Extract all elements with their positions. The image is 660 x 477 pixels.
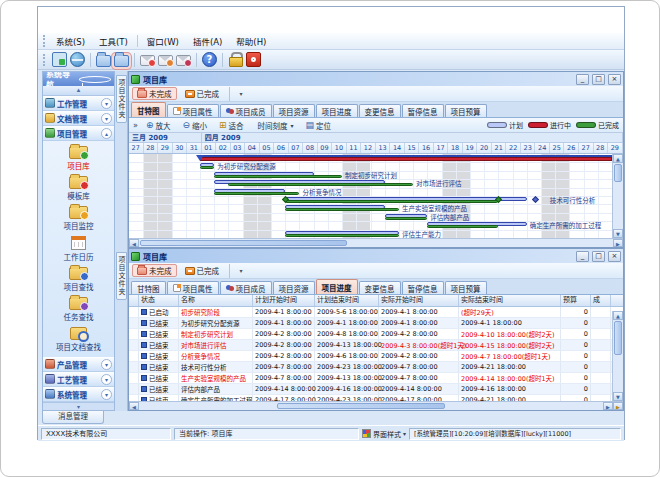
chevron-down-icon[interactable]: ▾ xyxy=(101,359,112,370)
drag-handle[interactable] xyxy=(43,54,46,66)
scroll-up-arrow[interactable]: ▲ xyxy=(613,311,623,320)
horizontal-scrollbar[interactable]: ◀▶▶ xyxy=(129,401,623,410)
sidebar-group-4[interactable]: 工艺管理▾ xyxy=(43,372,114,387)
column-header-7[interactable]: 成 xyxy=(591,295,611,306)
tab-7[interactable]: 项目预算 xyxy=(445,104,487,117)
tab-1[interactable]: 项目属性 xyxy=(167,281,219,294)
toolbar-button-0[interactable]: 未完成 xyxy=(132,264,177,277)
task-actual-bar[interactable] xyxy=(285,234,399,237)
tab-5[interactable]: 变更信息 xyxy=(359,104,401,117)
task-actual-bar[interactable] xyxy=(200,166,214,169)
tab-5[interactable]: 变更信息 xyxy=(359,281,401,294)
chevron-down-icon[interactable]: ▾ xyxy=(101,389,112,400)
help-icon[interactable]: ? xyxy=(202,52,217,67)
tab-2[interactable]: 项目成员 xyxy=(220,281,272,294)
gantt-tool-4[interactable]: 定位 xyxy=(302,118,336,133)
close-button[interactable] xyxy=(608,74,621,85)
maximize-button[interactable] xyxy=(592,74,605,85)
toolbar-overflow-button[interactable]: ▾ xyxy=(235,88,247,100)
table-row[interactable]: 已结束生产实验室规模的产品2009-4-7 8:00:002009-4-13 1… xyxy=(129,373,623,384)
drag-handle[interactable] xyxy=(43,35,46,47)
sidebar-item-4[interactable]: 项目查找 xyxy=(64,267,94,292)
table-row[interactable]: 已启动初步研究阶段2009-4-1 8:00:002009-5-6 18:00:… xyxy=(129,307,623,318)
scrollbar-thumb[interactable] xyxy=(277,403,445,409)
gantt-tool-0[interactable]: 放大 xyxy=(142,118,175,133)
message-management-tab[interactable]: 消息管理 xyxy=(42,411,104,424)
sidebar-group-1[interactable]: 文档管理▾ xyxy=(43,111,114,126)
column-header-5[interactable]: 实际结束时间 xyxy=(459,295,561,306)
toolbar-button-0[interactable]: 未完成 xyxy=(132,87,177,100)
sidebar-group-2[interactable]: 项目管理▴ xyxy=(43,126,114,141)
tab-7[interactable]: 项目预算 xyxy=(445,281,487,294)
scroll-left-arrow[interactable]: ◀ xyxy=(129,239,139,247)
sidebar-overflow-button[interactable]: ▾ xyxy=(43,402,114,410)
toolbar-button-1[interactable]: 已完成 xyxy=(180,87,225,100)
folder-open-icon[interactable] xyxy=(114,55,129,67)
scrollbar-thumb[interactable] xyxy=(614,164,622,182)
column-header-4[interactable]: 实际开始时间 xyxy=(379,295,459,306)
tab-3[interactable]: 项目资源 xyxy=(273,281,315,294)
column-header-6[interactable]: 预算 xyxy=(561,295,591,306)
menu-item-1[interactable]: 工具(T) xyxy=(92,33,135,49)
column-header-0[interactable]: 状态 xyxy=(139,295,179,306)
lock-icon[interactable] xyxy=(228,52,243,67)
table-row[interactable]: 已结束制定初步研究计划2009-4-2 8:00:002009-4-8 18:0… xyxy=(129,329,623,340)
mail-read-icon[interactable] xyxy=(176,55,191,66)
column-header-3[interactable]: 计划结束时间 xyxy=(315,295,379,306)
tab-6[interactable]: 暂停信息 xyxy=(402,104,444,117)
tab-4[interactable]: 项目进度 xyxy=(316,279,358,294)
sidebar-collapse-button[interactable]: ▴ xyxy=(43,86,114,96)
task-actual-bar[interactable] xyxy=(228,183,413,186)
tab-1[interactable]: 项目属性 xyxy=(167,104,219,117)
folder-closed-icon[interactable] xyxy=(96,55,111,67)
minimize-button[interactable] xyxy=(576,251,589,262)
tab-4[interactable]: 项目进度 xyxy=(316,104,358,117)
menu-item-4[interactable]: 帮助(H) xyxy=(229,33,273,49)
table-row[interactable]: 已结束评估内部产品2009-4-14 8:00:002009-4-16 18:0… xyxy=(129,384,623,395)
task-actual-bar[interactable] xyxy=(285,208,399,211)
vertical-scrollbar[interactable]: ▲▼ xyxy=(612,311,623,401)
tab-6[interactable]: 暂停信息 xyxy=(402,281,444,294)
scrollbar-thumb[interactable] xyxy=(140,240,347,246)
table-row[interactable]: 已结束为初步研究分配资源2009-4-1 8:00:002009-4-1 18:… xyxy=(129,318,623,329)
sidebar-item-5[interactable]: 任务查找 xyxy=(64,297,94,322)
folder-side-tab[interactable]: 项目文件夹 xyxy=(116,75,127,123)
tab-0[interactable]: 甘特图 xyxy=(131,102,166,117)
chevrons-icon[interactable]: » xyxy=(133,121,138,130)
gantt-tool-3[interactable]: 时间刻度 xyxy=(252,118,298,133)
chevron-down-icon[interactable]: ▾ xyxy=(101,113,112,124)
tab-0[interactable]: 甘特图 xyxy=(131,281,166,294)
task-actual-bar[interactable] xyxy=(385,217,428,220)
scroll-down-arrow[interactable]: ▼ xyxy=(613,392,623,401)
scroll-down-arrow[interactable]: ▼ xyxy=(613,229,623,238)
sidebar-group-0[interactable]: 工作管理▾ xyxy=(43,96,114,111)
scroll-up-arrow[interactable]: ▲ xyxy=(613,154,623,163)
scroll-left-arrow[interactable]: ◀ xyxy=(129,402,139,410)
sidebar-item-6[interactable]: 项目文档查找 xyxy=(56,327,101,352)
folder-side-tab[interactable]: 项目文件夹 xyxy=(116,252,127,300)
gantt-tool-2[interactable]: 适合 xyxy=(215,118,248,133)
sidebar-item-0[interactable]: 项目库 xyxy=(67,146,90,171)
task-actual-bar[interactable] xyxy=(214,175,342,178)
tab-2[interactable]: 项目成员 xyxy=(220,104,272,117)
scroll-end-arrow[interactable]: ▶ xyxy=(613,402,623,410)
column-header-1[interactable]: 名称 xyxy=(179,295,253,306)
horizontal-scrollbar[interactable]: ◀▶ xyxy=(129,238,623,247)
maximize-button[interactable] xyxy=(592,251,605,262)
globe-icon[interactable] xyxy=(70,52,85,67)
close-button[interactable] xyxy=(608,251,621,262)
task-actual-bar[interactable] xyxy=(214,192,299,195)
sidebar-item-3[interactable]: 工作日历 xyxy=(64,236,94,262)
mail-receive-icon[interactable] xyxy=(158,55,173,66)
sidebar-item-1[interactable]: 模板库 xyxy=(67,176,90,201)
minimize-button[interactable] xyxy=(576,74,589,85)
scroll-right-arrow[interactable]: ▶ xyxy=(603,402,613,410)
chevron-down-icon[interactable]: ▾ xyxy=(101,374,112,385)
sidebar-item-2[interactable]: 项目监控 xyxy=(64,206,94,231)
chevron-up-icon[interactable]: ▴ xyxy=(101,128,112,139)
scrollbar-thumb[interactable] xyxy=(614,321,622,355)
summary-progress-bar[interactable] xyxy=(200,157,612,161)
scroll-right-arrow[interactable]: ▶ xyxy=(613,239,623,247)
sidebar-group-3[interactable]: 产品管理▾ xyxy=(43,357,114,372)
table-row[interactable]: 已结束分析竞争情况2009-4-2 8:00:002009-4-6 18:00:… xyxy=(129,351,623,362)
